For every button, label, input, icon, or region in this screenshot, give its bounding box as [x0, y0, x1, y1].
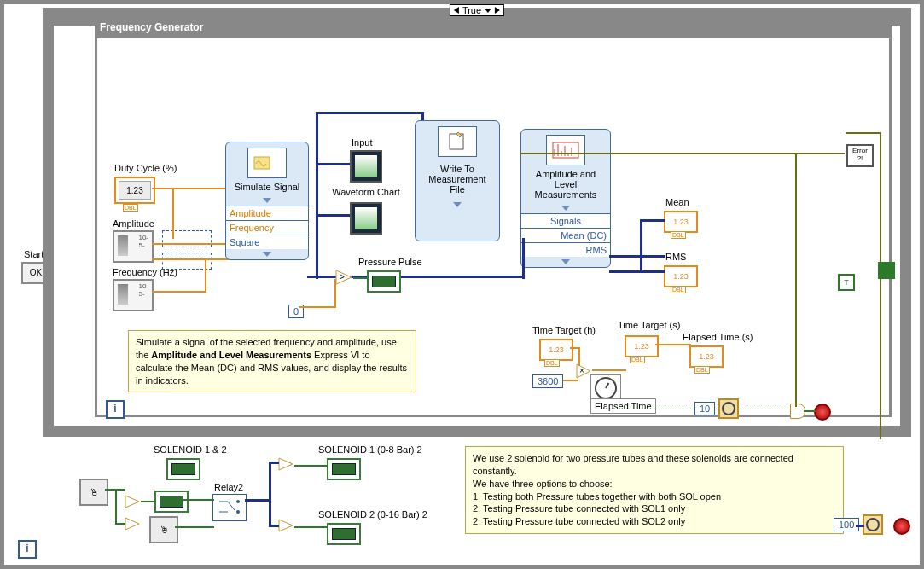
svg-marker-8	[125, 518, 139, 530]
wait-ms-constant[interactable]: 10	[694, 402, 715, 415]
wire	[269, 462, 279, 464]
amp-port-mean[interactable]: Mean (DC)	[521, 228, 610, 242]
wire	[353, 277, 369, 279]
gate-node	[277, 518, 296, 533]
time-target-h-label: Time Target (h)	[532, 325, 596, 335]
loop-tunnel: T	[838, 274, 855, 291]
waveform-chart-label: Waveform Chart	[328, 187, 404, 197]
wire	[294, 465, 328, 467]
wire	[592, 369, 626, 371]
relay-label: Relay2	[214, 482, 243, 492]
wire	[245, 499, 270, 502]
wire	[334, 279, 336, 308]
sol2-indicator	[327, 523, 361, 545]
boolean-control-1[interactable]: 🖱	[79, 479, 108, 506]
wire	[563, 380, 578, 381]
pressure-pulse-indicator	[367, 270, 401, 293]
3600-constant[interactable]: 3600	[532, 374, 563, 388]
case-dropdown-icon[interactable]	[485, 9, 491, 13]
write-measurement-file-vi[interactable]: Write To Measurement File	[415, 120, 500, 241]
wire	[655, 344, 691, 345]
sim-signal-name: Simulate Signal	[226, 182, 308, 195]
greater-than-node: >	[334, 269, 355, 286]
wire	[522, 238, 525, 279]
outer-loop-i: i	[18, 540, 37, 559]
rms-indicator: 1.23	[664, 265, 698, 287]
case-interior: Frequency Generator Duty Cycle (%) 1.23 …	[54, 26, 900, 426]
boolean-control-2[interactable]: 🖰	[149, 516, 178, 543]
loop-iteration-i: i	[106, 400, 125, 419]
mean-indicator: 1.23	[664, 211, 698, 233]
amp-port-rms[interactable]: RMS	[521, 242, 610, 257]
outer-loop-tunnel	[878, 262, 895, 279]
duty-cycle-control[interactable]: 1.23	[114, 177, 155, 204]
sol12-indicator	[166, 458, 200, 480]
expand-icon[interactable]	[263, 198, 271, 203]
wire	[795, 153, 797, 407]
wire	[578, 347, 580, 366]
wire	[115, 523, 125, 525]
stopwatch-icon	[595, 377, 617, 399]
outer-loop-stop[interactable]	[893, 518, 910, 535]
wait-ms-outer-icon	[863, 514, 883, 535]
wire	[609, 255, 665, 258]
write-file-icon	[438, 126, 477, 157]
comment1-text: Simulate a signal of the selected freque…	[136, 337, 407, 386]
waveform-chart[interactable]	[350, 202, 382, 235]
amplitude-level-vi[interactable]: Amplitude and Level Measurements Signals…	[520, 129, 611, 268]
wire	[846, 132, 881, 134]
simulate-signal-vi[interactable]: Simulate Signal Amplitude Frequency Squa…	[225, 142, 309, 260]
time-target-s-indicator: 1.23	[625, 335, 659, 357]
wire	[316, 112, 423, 114]
dbl-type-icon: DBL	[694, 366, 710, 374]
relay-node[interactable]	[212, 494, 247, 521]
wait-ms-icon	[718, 398, 739, 419]
pressure-pulse-label: Pressure Pulse	[358, 257, 422, 267]
elapsed-time-s-label: Elapsed Time (s)	[683, 332, 753, 342]
wire	[316, 163, 353, 165]
sim-port-frequency[interactable]: Frequency	[226, 220, 308, 235]
solenoid-comment: We use 2 solenoid for two pressure tubes…	[465, 446, 844, 534]
dbl-type-icon: DBL	[671, 231, 686, 239]
frame-title: Frequency Generator	[95, 20, 892, 38]
amplitude-control[interactable]	[113, 230, 154, 263]
wire	[316, 112, 318, 279]
amplitude-label: Amplitude	[113, 218, 154, 229]
wire	[152, 243, 229, 245]
elapsed-time-s-indicator: 1.23	[689, 345, 724, 368]
sim-signal-icon	[247, 148, 287, 178]
amp-port-signals[interactable]: Signals	[521, 213, 610, 228]
case-selector[interactable]: True	[450, 4, 504, 16]
svg-marker-7	[125, 496, 139, 508]
wire	[183, 499, 214, 501]
wire	[172, 188, 174, 239]
rms-label: RMS	[665, 252, 686, 262]
dbl-type-icon: DBL	[630, 356, 645, 363]
sim-port-square[interactable]: Square	[226, 235, 308, 249]
loop-stop[interactable]	[814, 404, 831, 421]
wire	[804, 410, 816, 412]
sim-port-amplitude[interactable]: Amplitude	[226, 206, 308, 220]
expand-icon[interactable]	[561, 206, 570, 211]
svg-text:>: >	[340, 272, 345, 282]
time-target-h-control[interactable]: 1.23	[539, 339, 573, 361]
prev-case-icon[interactable]	[454, 7, 459, 14]
not-node	[124, 494, 142, 509]
next-case-icon[interactable]	[495, 7, 500, 14]
amp-level-icon	[546, 135, 585, 165]
mean-label: Mean	[665, 197, 689, 207]
sol12-label: SOLENOID 1 & 2	[154, 444, 227, 455]
frequency-control[interactable]	[113, 279, 154, 311]
expand-icon[interactable]	[263, 252, 271, 257]
expand-icon[interactable]	[561, 259, 570, 264]
sol1-indicator	[327, 458, 361, 480]
svg-marker-11	[279, 458, 293, 470]
bool-indicator	[154, 491, 189, 513]
dbl-type-icon: DBL	[671, 286, 686, 293]
input-chart[interactable]	[350, 150, 382, 183]
input-label: Input	[352, 137, 372, 148]
sol2-label: SOLENOID 2 (0-16 Bar) 2	[318, 509, 427, 520]
amp-level-name: Amplitude and Level Measurements	[521, 169, 610, 203]
expand-icon[interactable]	[453, 202, 462, 207]
sol1-label: SOLENOID 1 (0-8 Bar) 2	[318, 444, 422, 455]
